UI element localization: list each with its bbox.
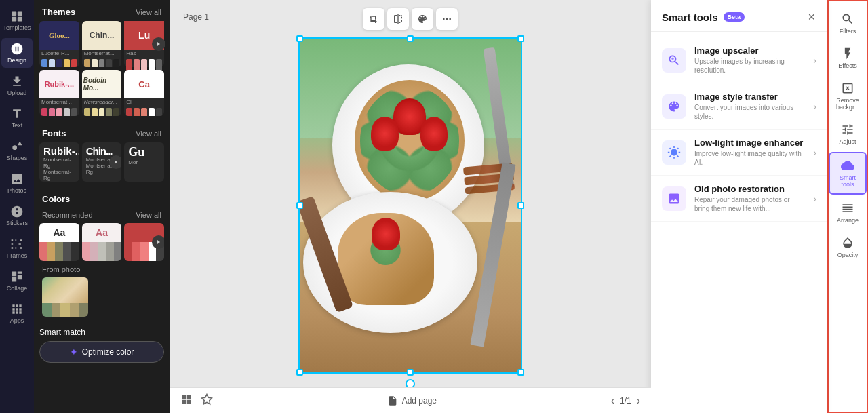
crop-button[interactable]	[363, 8, 384, 30]
restoration-icon	[667, 192, 681, 205]
fonts-view-all[interactable]: View all	[136, 130, 161, 138]
from-photo-card[interactable]	[42, 277, 88, 317]
smart-tools-sidebar-label: Smart tools	[833, 174, 863, 188]
add-page-area[interactable]: Add page	[387, 395, 437, 406]
colors-view-all[interactable]: View all	[136, 211, 161, 219]
sidebar-item-collage[interactable]: Collage	[1, 266, 33, 296]
sidebar-item-frames[interactable]: Frames	[1, 233, 33, 263]
smart-match-title: Smart match	[39, 328, 164, 337]
restoration-desc: Repair your damaged photos or bring them…	[694, 195, 805, 213]
smart-match-section: Smart match ✦ Optimize color	[34, 322, 170, 368]
fonts-title: Fonts	[42, 128, 66, 138]
palette-card-2[interactable]: Aa	[82, 223, 122, 261]
page-info: 1/1	[620, 396, 631, 406]
add-page-button[interactable]: Add page	[402, 396, 437, 406]
style-transfer-name: Image style transfer	[694, 92, 805, 102]
smart-tools-close-button[interactable]: ×	[806, 9, 816, 24]
right-sidebar: Filters Effects Remove backgr... Adjust …	[827, 0, 868, 413]
sidebar-item-apps[interactable]: Apps	[1, 298, 33, 328]
filters-sidebar-icon	[841, 12, 854, 26]
more-icon	[441, 14, 452, 24]
theme-card-1[interactable]: Gloo... Lucette-R...	[39, 21, 79, 67]
page-label: Page 1	[183, 12, 209, 22]
smart-tools-list: Image upscaler Upscale images by increas…	[651, 32, 827, 227]
theme-card-5[interactable]: Bodoin Mo... Newsreader...	[82, 70, 122, 116]
sidebar-item-stickers[interactable]: Stickers	[1, 201, 33, 231]
upscaler-icon	[667, 54, 681, 67]
tool-image-upscaler[interactable]: Image upscaler Upscale images by increas…	[651, 37, 827, 83]
smart-tools-panel: Smart tools Beta × Image upscaler Upscal…	[651, 0, 827, 413]
sidebar-item-collage-label: Collage	[7, 285, 28, 292]
palette-card-1[interactable]: Aa	[39, 223, 79, 261]
low-light-desc: Improve low-light image quality with AI.	[694, 149, 805, 167]
filters-sidebar-label: Filters	[840, 28, 856, 35]
collage-icon	[10, 270, 24, 283]
sidebar-item-text-label: Text	[12, 122, 23, 129]
star-button[interactable]	[201, 393, 213, 408]
font-card-3[interactable]: Gu Mor	[124, 142, 164, 182]
sidebar-item-templates[interactable]: Templates	[1, 5, 33, 35]
right-sidebar-item-smart-tools[interactable]: Smart tools	[829, 152, 867, 195]
themes-view-all[interactable]: View all	[136, 8, 161, 16]
sidebar-item-upload[interactable]: Upload	[1, 71, 33, 100]
canvas-image	[298, 37, 522, 374]
opacity-icon	[841, 236, 854, 250]
more-options-button[interactable]	[436, 8, 458, 30]
flip-icon	[393, 14, 403, 24]
sidebar-item-apps-label: Apps	[10, 317, 24, 324]
right-sidebar-item-effects[interactable]: Effects	[829, 41, 867, 75]
fonts-next-arrow[interactable]	[109, 155, 121, 169]
remove-bg-icon	[841, 81, 854, 95]
apps-icon	[10, 302, 24, 316]
add-page-label: Add page	[402, 396, 437, 406]
grid-view-button[interactable]	[180, 393, 193, 408]
color-palettes: Aa Aa	[39, 223, 164, 261]
sidebar-item-photos-label: Photos	[7, 187, 26, 194]
sidebar-item-photos[interactable]: Photos	[1, 168, 33, 198]
right-sidebar-item-arrange[interactable]: Arrange	[829, 196, 867, 229]
theme-card-6[interactable]: Ca Cl	[124, 70, 164, 116]
themes-next-arrow[interactable]	[152, 37, 165, 51]
canvas-toolbar	[363, 8, 458, 30]
colors-section: Recommended View all Aa Aa	[34, 208, 170, 322]
food-photo	[298, 37, 522, 374]
right-sidebar-item-adjust[interactable]: Adjust	[829, 117, 867, 151]
smart-tools-sidebar-icon	[841, 159, 854, 172]
sidebar-item-design[interactable]: Design	[1, 38, 33, 68]
themes-title: Themes	[42, 7, 75, 17]
shapes-icon	[10, 140, 24, 153]
style-transfer-desc: Convert your images into various styles.	[694, 103, 805, 121]
crop-icon	[368, 14, 379, 24]
flip-button[interactable]	[387, 8, 409, 30]
filters-button[interactable]	[412, 8, 433, 30]
font-card-2[interactable]: Chin... Montserrat... Montserrat-Rg	[82, 142, 122, 182]
effects-icon	[841, 47, 854, 60]
palette-card-3[interactable]	[124, 223, 164, 261]
tool-low-light[interactable]: Low-light image enhancer Improve low-lig…	[651, 130, 827, 176]
theme-card-3[interactable]: Lu Has	[124, 21, 164, 67]
theme-card-4[interactable]: Rubik-... Montserrat...	[39, 70, 79, 116]
sidebar-item-text[interactable]: Text	[1, 103, 33, 133]
right-sidebar-item-remove-bg[interactable]: Remove backgr...	[829, 76, 867, 116]
palettes-next-arrow[interactable]	[152, 235, 164, 249]
right-sidebar-item-filters[interactable]: Filters	[829, 7, 867, 40]
restoration-icon-container	[662, 186, 686, 211]
next-page-button[interactable]: ›	[637, 395, 640, 407]
sidebar-item-stickers-label: Stickers	[6, 220, 28, 227]
svg-point-6	[443, 18, 445, 20]
upscaler-desc: Upscale images by increasing resolution.	[694, 57, 805, 75]
theme-card-2[interactable]: Chin... Montserrat...	[82, 21, 122, 67]
add-page-icon	[387, 395, 398, 406]
canvas-wrapper[interactable]	[298, 37, 522, 374]
tool-style-transfer[interactable]: Image style transfer Convert your images…	[651, 83, 827, 130]
tool-photo-restoration[interactable]: Old photo restoration Repair your damage…	[651, 176, 827, 222]
fonts-grid: Rubik-... Montserrat-Rg Montserrat-Rg Ch…	[34, 142, 170, 187]
optimize-color-label: Optimize color	[82, 347, 134, 357]
adjust-icon	[841, 123, 854, 136]
colors-title: Colors	[42, 194, 70, 204]
sidebar-item-shapes[interactable]: Shapes	[1, 136, 33, 165]
prev-page-button[interactable]: ‹	[611, 395, 614, 407]
right-sidebar-item-opacity[interactable]: Opacity	[829, 231, 867, 264]
font-card-1[interactable]: Rubik-... Montserrat-Rg Montserrat-Rg	[39, 142, 79, 182]
optimize-color-button[interactable]: ✦ Optimize color	[39, 341, 164, 363]
